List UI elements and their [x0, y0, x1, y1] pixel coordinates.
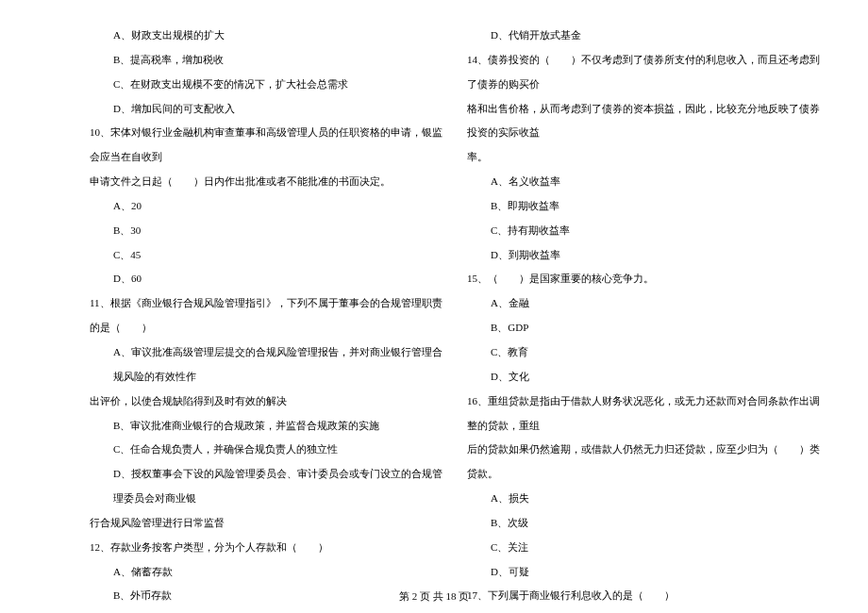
q15-text: 15、（ ）是国家重要的核心竞争力。	[467, 267, 821, 291]
q16-text-line2: 后的贷款如果仍然逾期，或借款人仍然无力归还贷款，应至少归为（ ）类贷款。	[467, 438, 821, 487]
q14-text-line1: 14、债券投资的（ ）不仅考虑到了债券所支付的利息收入，而且还考虑到了债券的购买…	[467, 48, 821, 97]
q11-option-b: B、审议批准商业银行的合规政策，并监督合规政策的实施	[90, 414, 443, 439]
q12-text: 12、存款业务按客户类型，分为个人存款和（ ）	[90, 536, 443, 560]
q17-option-a: A、贷款利息收入	[467, 608, 821, 613]
q14-option-a: A、名义收益率	[467, 170, 821, 194]
q9-option-c: C、在财政支出规模不变的情况下，扩大社会总需求	[90, 73, 443, 97]
page-content: A、财政支出规模的扩大 B、提高税率，增加税收 C、在财政支出规模不变的情况下，…	[0, 0, 868, 585]
q15-option-b: B、GDP	[467, 316, 821, 340]
q9-option-d: D、增加民间的可支配收入	[90, 97, 443, 122]
q11-option-a-line1: A、审议批准高级管理层提交的合规风险管理报告，并对商业银行管理合规风险的有效性作	[90, 340, 443, 389]
q14-option-b: B、即期收益率	[467, 194, 821, 219]
q9-option-b: B、提高税率，增加税收	[90, 48, 443, 73]
q9-option-a: A、财政支出规模的扩大	[90, 24, 443, 48]
q16-option-c: C、关注	[467, 536, 821, 560]
q12-option-b: B、外币存款	[90, 584, 443, 608]
q10-text-line1: 10、宋体对银行业金融机构审查董事和高级管理人员的任职资格的申请，银监会应当在自…	[90, 121, 443, 170]
q15-option-a: A、金融	[467, 291, 821, 316]
q17-text: 17、下列属于商业银行利息收入的是（ ）	[467, 584, 821, 608]
q11-option-d-line1: D、授权董事会下设的风险管理委员会、审计委员会或专门设立的合规管理委员会对商业银	[90, 462, 443, 511]
q14-text-line2: 格和出售价格，从而考虑到了债券的资本损益，因此，比较充分地反映了债券投资的实际收…	[467, 97, 821, 146]
q10-option-c: C、45	[90, 243, 443, 268]
q11-option-a-line2: 出评价，以使合规缺陷得到及时有效的解决	[90, 389, 443, 414]
q14-option-c: C、持有期收益率	[467, 219, 821, 243]
q15-option-c: C、教育	[467, 340, 821, 365]
q14-option-d: D、到期收益率	[467, 243, 821, 268]
q15-option-d: D、文化	[467, 365, 821, 389]
q16-option-d: D、可疑	[467, 560, 821, 585]
q11-option-c: C、任命合规负责人，并确保合规负责人的独立性	[90, 438, 443, 462]
q12-option-a: A、储蓄存款	[90, 560, 443, 585]
left-column: A、财政支出规模的扩大 B、提高税率，增加税收 C、在财政支出规模不变的情况下，…	[90, 24, 462, 566]
q10-option-b: B、30	[90, 219, 443, 243]
q12-option-c: C、对公存款	[90, 608, 443, 613]
q16-option-b: B、次级	[467, 511, 821, 536]
q16-text-line1: 16、重组贷款是指由于借款人财务状况恶化，或无力还款而对合同条款作出调整的贷款，…	[467, 389, 821, 439]
q10-text-line2: 申请文件之日起（ ）日内作出批准或者不能批准的书面决定。	[90, 170, 443, 194]
q10-option-d: D、60	[90, 267, 443, 291]
q10-option-a: A、20	[90, 194, 443, 219]
right-column: D、代销开放式基金 14、债券投资的（ ）不仅考虑到了债券所支付的利息收入，而且…	[462, 24, 821, 566]
q14-text-line3: 率。	[467, 145, 821, 170]
q11-option-d-line2: 行合规风险管理进行日常监督	[90, 511, 443, 536]
q13-option-d: D、代销开放式基金	[467, 24, 821, 48]
q11-text: 11、根据《商业银行合规风险管理指引》，下列不属于董事会的合规管理职责的是（ ）	[90, 291, 443, 340]
q16-option-a: A、损失	[467, 487, 821, 511]
